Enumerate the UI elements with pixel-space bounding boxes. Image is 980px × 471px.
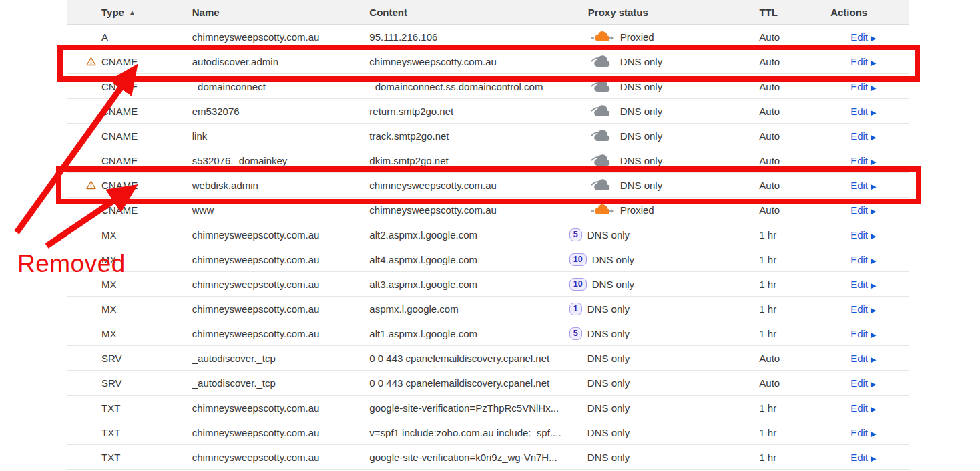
record-actions-cell: Edit▶ [830,180,909,191]
record-type-cell: CNAME [67,106,192,117]
record-type: CNAME [101,204,138,216]
edit-button[interactable]: Edit▶ [850,402,876,414]
edit-button[interactable]: Edit▶ [850,155,876,166]
record-ttl-cell: Auto [759,130,830,142]
edit-button[interactable]: Edit▶ [850,303,876,315]
record-content-cell: chimneysweepscotty.com.au [369,56,564,67]
record-name-cell: chimneysweepscotty.com.au [192,427,370,438]
record-content: chimneysweepscotty.com.au [369,180,497,191]
dns-table-body: A chimneysweepscotty.com.au 95.111.216.1… [67,25,909,470]
edit-button[interactable]: Edit▶ [850,229,876,241]
edit-label: Edit [850,303,868,315]
record-name: autodiscover.admin [192,56,278,67]
record-name: em532076 [192,106,240,117]
edit-button[interactable]: Edit▶ [850,56,876,67]
table-row-srv: SRV _autodiscover._tcp 0 0 443 cpanelema… [67,346,909,371]
mx-priority-badge: 10 [569,278,587,291]
record-actions-cell: Edit▶ [830,402,909,414]
edit-caret-icon: ▶ [871,405,876,413]
proxy-status-label: DNS only [587,303,630,315]
table-row-txt: TXT chimneysweepscotty.com.au v=spf1 inc… [67,420,909,445]
edit-button[interactable]: Edit▶ [850,180,876,191]
record-name-cell: chimneysweepscotty.com.au [192,31,370,43]
record-content-cell: _domainconnect.ss.domaincontrol.com [369,81,564,92]
edit-caret-icon: ▶ [871,84,876,92]
edit-button[interactable]: Edit▶ [850,31,876,43]
table-row-txt: TXT chimneysweepscotty.com.au google-sit… [67,396,909,420]
record-content: aspmx.l.google.com [369,303,458,315]
record-content-cell: alt3.aspmx.l.google.com [369,279,564,290]
record-actions-cell: Edit▶ [830,254,909,265]
record-content: chimneysweepscotty.com.au [369,56,497,67]
record-type-cell: CNAME [67,155,192,166]
edit-label: Edit [850,377,868,389]
proxy-status-cell: Proxied [564,203,760,217]
edit-button[interactable]: Edit▶ [850,279,876,290]
proxy-status-cell: DNS only [564,154,760,168]
proxy-status-label: DNS only [592,279,634,290]
proxied-cloud-icon [591,30,614,44]
edit-button[interactable]: Edit▶ [850,377,876,389]
edit-button[interactable]: Edit▶ [850,81,876,92]
record-ttl: Auto [759,155,780,166]
table-row-cname: CNAME em532076 return.smtp2go.net DNS on… [67,99,909,124]
proxy-status-label: DNS only [587,452,630,463]
record-type: TXT [101,402,120,414]
warning-icon [86,180,96,190]
edit-button[interactable]: Edit▶ [850,130,876,142]
record-type: TXT [101,452,120,463]
record-content: google-site-verification=PzThpRc5VNlHx..… [369,402,559,414]
record-name-cell: chimneysweepscotty.com.au [192,452,370,463]
record-content: alt4.aspmx.l.google.com [369,254,477,265]
record-ttl: Auto [759,31,780,43]
edit-label: Edit [850,81,868,92]
column-header-ttl: TTL [759,7,830,18]
record-ttl: Auto [759,106,780,117]
record-ttl-cell: 1 hr [759,402,830,414]
table-row-a: A chimneysweepscotty.com.au 95.111.216.1… [67,25,909,49]
edit-button[interactable]: Edit▶ [850,106,876,117]
record-ttl-cell: 1 hr [759,328,830,339]
proxy-status-cell: DNS only [564,427,760,438]
table-row-cname-highlighted: CNAME webdisk.admin chimneysweepscotty.c… [67,173,909,198]
edit-label: Edit [850,204,868,216]
record-name: chimneysweepscotty.com.au [192,402,320,414]
proxied-cloud-icon [591,203,614,217]
record-name-cell: _autodiscover._tcp [192,353,370,364]
mx-priority-badge: 1 [569,303,582,315]
record-actions-cell: Edit▶ [830,106,909,117]
record-type: TXT [101,427,120,438]
edit-label: Edit [850,353,868,364]
proxy-status-cell: Proxied [564,30,760,44]
record-content-cell: google-site-verification=k0ri9z_wg-Vn7H.… [369,452,564,463]
edit-caret-icon: ▶ [871,108,876,116]
column-header-type-label: Type [101,7,124,18]
edit-button[interactable]: Edit▶ [850,328,876,339]
column-header-type[interactable]: Type ▲ [67,7,192,18]
record-type-cell: TXT [67,402,192,414]
record-name-cell: autodiscover.admin [192,56,370,67]
proxy-status-cell: DNS only [564,402,760,414]
table-header-row: Type ▲ Name Content Proxy status TTL Act… [67,0,909,25]
mx-priority-badge: 5 [569,327,582,340]
edit-button[interactable]: Edit▶ [850,452,876,463]
record-actions-cell: Edit▶ [830,130,909,142]
record-ttl-cell: 1 hr [759,279,830,290]
record-actions-cell: Edit▶ [830,377,909,389]
record-ttl: Auto [759,204,780,216]
proxy-status-cell: DNS only [564,80,760,94]
record-type: CNAME [101,106,138,117]
record-content-cell: track.smtp2go.net [369,130,564,142]
record-name-cell: chimneysweepscotty.com.au [192,279,370,290]
table-row-mx: MX chimneysweepscotty.com.au alt3.aspmx.… [67,272,909,297]
edit-caret-icon: ▶ [871,380,876,388]
edit-button[interactable]: Edit▶ [850,353,876,364]
dns-records-table: Type ▲ Name Content Proxy status TTL Act… [67,0,909,470]
edit-button[interactable]: Edit▶ [850,204,876,216]
record-content-cell: google-site-verification=PzThpRc5VNlHx..… [369,402,564,414]
edit-button[interactable]: Edit▶ [850,254,876,265]
record-ttl: Auto [759,130,780,142]
record-name: chimneysweepscotty.com.au [192,254,320,265]
record-ttl: 1 hr [759,452,776,463]
edit-button[interactable]: Edit▶ [850,427,876,438]
